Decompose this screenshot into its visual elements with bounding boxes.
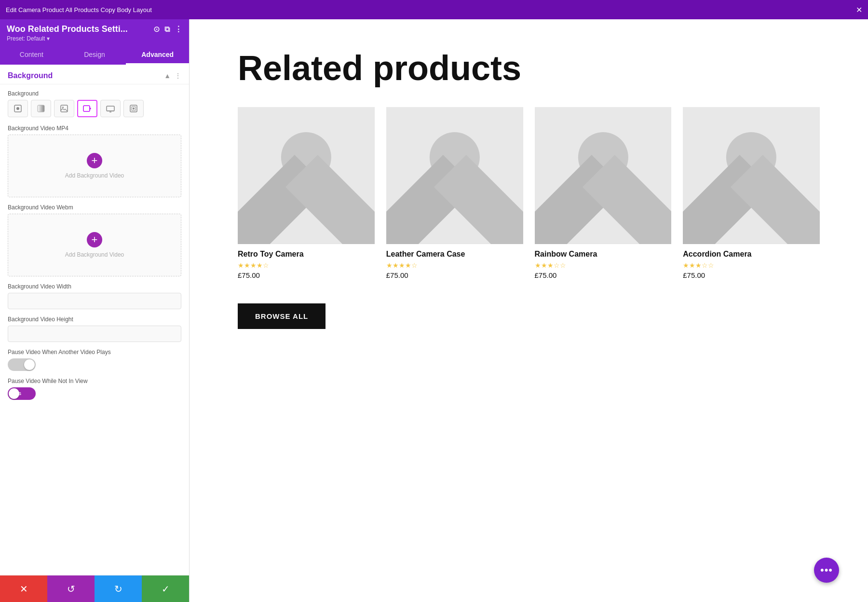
bg-type-video-btn[interactable]	[77, 100, 97, 117]
background-section-header: Background ▲ ⋮	[0, 65, 189, 84]
svg-point-4	[62, 107, 64, 108]
bg-video-height-label: Background Video Height	[8, 316, 181, 323]
sidebar: Woo Related Products Setti... ⊙ ⧉ ⋮ Pres…	[0, 19, 190, 602]
pause-when-another-toggle[interactable]: NO	[8, 358, 181, 371]
bg-type-color-btn[interactable]	[8, 100, 28, 117]
product-stars: ★★★☆☆	[683, 261, 820, 269]
bg-video-height-input[interactable]	[8, 326, 181, 342]
svg-rect-2	[38, 105, 44, 112]
product-name: Accordion Camera	[683, 250, 820, 259]
browse-all-button[interactable]: BROWSE ALL	[238, 303, 326, 329]
toggle-on-label: YES	[13, 391, 21, 396]
widget-title-row: Woo Related Products Setti... ⊙ ⧉ ⋮	[7, 24, 182, 34]
sidebar-tabs: Content Design Advanced	[0, 46, 189, 65]
product-stars: ★★★★☆	[238, 261, 375, 269]
pause-when-another-track[interactable]: NO	[8, 358, 36, 371]
duplicate-icon[interactable]: ⧉	[164, 25, 170, 34]
sidebar-content: Background ▲ ⋮ Background	[0, 65, 189, 575]
section-title: Background	[8, 71, 53, 80]
bg-video-mp4-upload[interactable]: + Add Background Video	[8, 135, 181, 197]
section-header-icons: ▲ ⋮	[164, 72, 181, 80]
product-card: Leather Camera Case ★★★★☆ £75.00	[386, 107, 523, 279]
pause-when-another-row: Pause Video When Another Video Plays NO	[8, 349, 181, 371]
bg-video-webm-upload[interactable]: + Add Background Video	[8, 214, 181, 276]
mp4-upload-text: Add Background Video	[65, 172, 124, 179]
pause-while-not-row: Pause Video While Not In View YES	[8, 378, 181, 400]
background-form: Background	[0, 84, 189, 412]
tab-advanced[interactable]: Advanced	[126, 46, 189, 65]
bg-field-label: Background	[8, 90, 181, 97]
svg-rect-5	[83, 106, 90, 111]
product-stars: ★★★★☆	[386, 261, 523, 269]
widget-title: Woo Related Products Setti...	[7, 24, 128, 34]
svg-rect-7	[107, 106, 114, 111]
main-layout: Woo Related Products Setti... ⊙ ⧉ ⋮ Pres…	[0, 19, 868, 602]
mp4-plus-icon: +	[87, 153, 102, 168]
top-bar-close-button[interactable]: ✕	[856, 5, 862, 14]
product-price: £75.00	[386, 271, 523, 279]
collapse-icon[interactable]: ▲	[164, 72, 171, 80]
sidebar-bottom-toolbar: ✕ ↺ ↻ ✓	[0, 575, 189, 602]
svg-rect-9	[109, 112, 111, 113]
toggle-thumb	[24, 359, 35, 370]
webm-plus-icon: +	[87, 232, 102, 247]
svg-rect-3	[61, 105, 68, 112]
svg-marker-6	[90, 107, 91, 110]
widget-header-icons: ⊙ ⧉ ⋮	[153, 25, 182, 34]
bg-video-mp4-label: Background Video MP4	[8, 125, 181, 132]
product-name: Rainbow Camera	[535, 250, 672, 259]
pause-while-not-label: Pause Video While Not In View	[8, 378, 181, 384]
product-name: Leather Camera Case	[386, 250, 523, 259]
svg-point-1	[16, 107, 19, 110]
bg-type-slideshow-btn[interactable]	[100, 100, 121, 117]
bg-type-row	[8, 100, 181, 117]
bg-type-image-btn[interactable]	[54, 100, 74, 117]
pause-while-not-toggle[interactable]: YES	[8, 387, 181, 400]
bg-video-width-input[interactable]	[8, 293, 181, 309]
save-icon: ✓	[162, 583, 170, 595]
bg-video-width-label: Background Video Width	[8, 283, 181, 290]
undo-button[interactable]: ↺	[47, 575, 95, 602]
undo-icon: ↺	[67, 583, 75, 595]
top-bar-title: Edit Camera Product All Products Copy Bo…	[6, 6, 152, 14]
section-more-icon[interactable]: ⋮	[175, 72, 181, 80]
product-price: £75.00	[238, 271, 375, 279]
canvas-area: Related products Retro Toy Camera ★★★★☆ …	[190, 19, 868, 602]
webm-upload-text: Add Background Video	[65, 251, 124, 258]
product-card: Accordion Camera ★★★☆☆ £75.00	[683, 107, 820, 279]
tab-design[interactable]: Design	[63, 46, 126, 65]
svg-point-11	[133, 108, 135, 109]
products-grid: Retro Toy Camera ★★★★☆ £75.00 Leather Ca…	[238, 107, 820, 279]
product-image	[386, 107, 523, 244]
tab-content[interactable]: Content	[0, 46, 63, 65]
pause-when-another-label: Pause Video When Another Video Plays	[8, 349, 181, 356]
bg-type-gradient-btn[interactable]	[31, 100, 51, 117]
top-bar: Edit Camera Product All Products Copy Bo…	[0, 0, 868, 19]
cancel-button[interactable]: ✕	[0, 575, 47, 602]
responsive-icon[interactable]: ⊙	[153, 25, 160, 34]
redo-button[interactable]: ↻	[95, 575, 142, 602]
fab-button[interactable]: •••	[814, 558, 839, 583]
product-image	[238, 107, 375, 244]
product-name: Retro Toy Camera	[238, 250, 375, 259]
related-products-title: Related products	[238, 48, 820, 88]
product-price: £75.00	[683, 271, 820, 279]
product-card: Rainbow Camera ★★★☆☆ £75.00	[535, 107, 672, 279]
redo-icon: ↻	[114, 583, 122, 595]
product-stars: ★★★☆☆	[535, 261, 672, 269]
cancel-icon: ✕	[20, 583, 28, 595]
bg-video-webm-label: Background Video Webm	[8, 204, 181, 211]
more-icon[interactable]: ⋮	[175, 25, 182, 34]
sidebar-header: Woo Related Products Setti... ⊙ ⧉ ⋮ Pres…	[0, 19, 189, 46]
product-image	[683, 107, 820, 244]
product-card: Retro Toy Camera ★★★★☆ £75.00	[238, 107, 375, 279]
product-price: £75.00	[535, 271, 672, 279]
bg-type-hover-btn[interactable]	[123, 100, 144, 117]
save-button[interactable]: ✓	[142, 575, 189, 602]
preset-label[interactable]: Preset: Default	[7, 35, 182, 42]
pause-while-not-track[interactable]: YES	[8, 387, 36, 400]
product-image	[535, 107, 672, 244]
